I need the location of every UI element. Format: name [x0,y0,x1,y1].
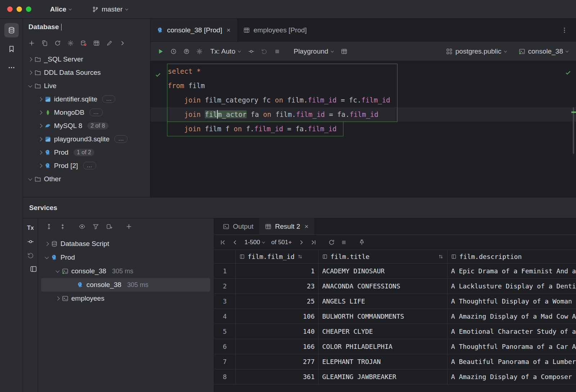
cell-film-title[interactable]: ANGELS LIFE [319,294,447,309]
code-line[interactable]: select * [150,64,576,78]
explain-plan-button[interactable] [181,46,192,57]
minimize-window-button[interactable] [17,6,22,12]
db-tree-item-mysql-8[interactable]: MySQL 82 of 8 [23,119,150,132]
first-page-button[interactable] [217,237,229,248]
rollback-button[interactable] [26,250,36,261]
code-line[interactable]: join film_actor fa on film.film_id = fa.… [150,107,576,122]
db-tree-item-ddl-data-sources[interactable]: DDL Data Sources [23,66,150,79]
column-header-film-title[interactable]: film.title [319,250,447,263]
cell-film-id[interactable]: 166 [236,339,319,354]
cell-film-description[interactable]: A Amazing Display of a Mad Cow And a Pio… [447,309,576,324]
tree-item-badge[interactable]: … [114,135,127,143]
cell-film-title[interactable]: ACADEMY DINOSAUR [319,264,447,278]
code-line[interactable]: join film_category fc on film.film_id = … [150,93,576,107]
add-service-button[interactable] [123,221,135,232]
tx-toggle-button[interactable]: Tx [26,223,36,233]
cell-film-id[interactable]: 140 [236,324,319,339]
db-tree-item-identifier-sqlite[interactable]: identifier.sqlite… [23,92,150,106]
disconnect-button[interactable] [78,38,89,49]
db-tree-item-prod-2[interactable]: Prod [2]… [23,159,150,172]
db-tree-item-other[interactable]: Other [23,172,150,186]
chevron-down-icon[interactable] [55,269,59,273]
row-number[interactable]: 3 [214,294,236,309]
cell-film-title[interactable]: ANACONDA CONFESSIONS [319,279,447,293]
db-tree-item-playground3-sqlite[interactable]: playground3.sqlite… [23,132,150,146]
pin-tab-button[interactable] [356,237,368,248]
chevron-right-icon[interactable] [38,97,42,101]
row-number-header[interactable] [214,250,236,263]
chevron-down-icon[interactable] [28,176,32,180]
add-to-services-button[interactable] [104,221,115,232]
chevron-down-icon[interactable] [28,83,32,87]
user-menu[interactable]: Alice [50,5,71,13]
tab-console-38-prod[interactable]: console_38 [Prod]× [150,19,237,41]
close-icon[interactable]: × [305,223,309,230]
row-number[interactable]: 6 [214,339,236,354]
stripe-button-bookmark[interactable] [4,42,19,56]
row-number[interactable]: 2 [214,279,236,293]
execution-history-button[interactable] [168,46,179,57]
tree-item-badge[interactable]: … [83,162,96,169]
cell-film-id[interactable]: 106 [236,309,319,324]
sort-icon[interactable] [297,254,303,259]
view-options-button[interactable] [76,221,88,232]
db-tree-item-prod[interactable]: Prod1 of 2 [23,146,150,159]
database-panel-header[interactable]: Database [23,19,150,35]
cell-film-description[interactable]: A Epic Drama of a Feminist And a Mad Sci… [447,264,576,278]
tab-output[interactable]: Output [217,218,259,234]
session-dropdown[interactable]: console_38 [515,46,572,57]
refresh-button[interactable] [52,38,63,49]
expand-all-button[interactable] [43,221,55,232]
edit-button[interactable] [104,38,115,49]
code-line[interactable]: from film [150,78,576,93]
services-tree-item-database-script[interactable]: Database Script [41,237,210,251]
column-header-film-film-id[interactable]: film.film_id [236,250,319,263]
chevron-right-icon[interactable] [45,242,49,246]
cell-film-id[interactable]: 277 [236,354,319,369]
editor-scrollbar[interactable] [573,107,574,154]
row-number[interactable]: 8 [214,369,236,384]
cell-film-id[interactable]: 23 [236,279,319,293]
cell-film-description[interactable]: A Lacklusture Display of a Dentist And a… [447,279,576,293]
sort-icon[interactable] [438,254,444,259]
zoom-window-button[interactable] [26,6,31,12]
run-button[interactable] [155,46,166,57]
chevron-right-icon[interactable] [38,164,42,168]
column-header-film-description[interactable]: film.description [447,250,576,263]
close-icon[interactable]: × [226,27,230,33]
services-tree-item-employees[interactable]: employees [41,292,210,305]
editor-options-kebab-button[interactable] [559,25,570,36]
cell-film-title[interactable]: BULWORTH COMMANDMENTS [319,309,447,324]
chevron-right-icon[interactable] [28,70,32,74]
chevron-right-icon[interactable] [38,124,42,128]
chevron-right-icon[interactable] [38,150,42,154]
cell-film-description[interactable]: A Amazing Display of a Composer And a Fo… [447,369,576,384]
collapse-all-button[interactable] [57,221,68,232]
tab-employees-prod[interactable]: employees [Prod] [237,19,313,41]
services-panel-header[interactable]: Services [23,197,576,218]
settings-button[interactable] [194,46,205,57]
tx-mode-dropdown[interactable]: Tx: Auto [207,46,244,57]
view-options-button[interactable] [28,264,39,274]
commit-button[interactable] [246,46,257,57]
more-toolbar-button[interactable] [117,38,128,49]
in-editor-results-button[interactable] [338,46,350,57]
page-size-dropdown[interactable]: 1-500 [242,237,267,247]
row-number[interactable]: 1 [214,264,236,278]
services-tree-item-console-38[interactable]: console_38305 ms [41,278,210,292]
cell-film-description[interactable]: A Thoughtful Display of a Woman And a As… [447,294,576,309]
stripe-button-more-h[interactable] [4,60,19,75]
schema-dropdown[interactable]: postgres.public [442,46,510,57]
services-tree-item-prod[interactable]: Prod [41,251,210,264]
last-page-button[interactable] [308,237,319,248]
row-number[interactable]: 7 [214,354,236,369]
reload-page-button[interactable] [326,237,337,248]
cell-film-description[interactable]: A Emotional Character Study of a Pioneer… [447,324,576,339]
commit-button[interactable] [26,236,36,247]
cell-film-id[interactable]: 1 [236,264,319,278]
rollback-button[interactable] [258,46,270,57]
cell-film-title[interactable]: ELEPHANT TROJAN [319,354,447,369]
cell-film-title[interactable]: GLEAMING JAWBREAKER [319,369,447,384]
cell-film-id[interactable]: 361 [236,369,319,384]
cell-film-description[interactable]: A Thoughtful Panorama of a Car And a Cro… [447,339,576,354]
